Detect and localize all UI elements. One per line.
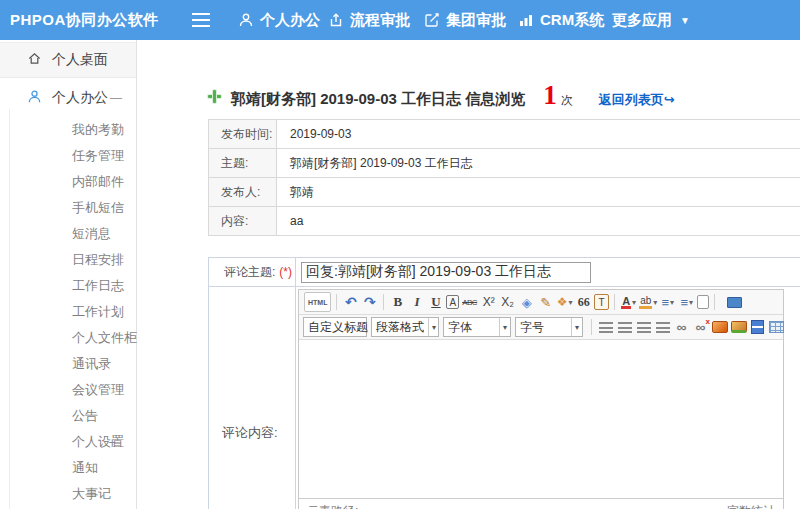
log-detail-table: 发布时间: 2019-09-03 主题: 郭靖[财务部] 2019-09-03 … bbox=[208, 119, 800, 236]
new-document-icon[interactable] bbox=[697, 295, 709, 309]
screenshot-icon[interactable] bbox=[730, 317, 747, 337]
font-color-button[interactable]: A▾ bbox=[620, 292, 637, 312]
align-right-icon[interactable] bbox=[635, 317, 652, 337]
back-to-list-link[interactable]: 返回列表页↪ bbox=[599, 91, 675, 109]
editor-toolbar-row2: 自定义标题▾ 段落格式▾ 字体▾ 字号▾ ∞ ∞x bbox=[299, 315, 783, 340]
editor-content-area[interactable] bbox=[299, 340, 783, 498]
sidebar-item-schedule[interactable]: 日程安排 bbox=[0, 247, 136, 273]
publish-time-value: 2019-09-03 bbox=[277, 120, 351, 148]
insert-video-icon[interactable] bbox=[749, 317, 766, 337]
table-row: 内容: aa bbox=[209, 207, 800, 236]
sidebar-item-personal-desktop[interactable]: 个人桌面 bbox=[0, 42, 136, 78]
remove-link-icon[interactable]: ∞x bbox=[692, 317, 709, 337]
sidebar: 个人桌面 个人办公 — 我的考勤 任务管理 内部邮件 手机短信 短消息 日程安排… bbox=[0, 40, 137, 509]
sidebar-item-personal-settings[interactable]: 个人设置 + bbox=[0, 429, 136, 455]
subject-value: 郭靖[财务部] 2019-09-03 工作日志 bbox=[277, 149, 473, 177]
caret-down-icon: ▼ bbox=[680, 15, 690, 26]
auto-typeset-button[interactable]: ❖▾ bbox=[556, 292, 573, 312]
sidebar-item-internal-mail[interactable]: 内部邮件 bbox=[0, 169, 136, 195]
table-row: 发布人: 郭靖 bbox=[209, 178, 800, 207]
caret-down-icon: ▾ bbox=[571, 318, 582, 336]
nav-group-approval[interactable]: 集团审批 bbox=[424, 0, 506, 40]
sidebar-item-notification[interactable]: 通知 bbox=[0, 455, 136, 481]
format-painter-button[interactable]: ✎ bbox=[537, 292, 554, 312]
toolbar-separator bbox=[614, 294, 615, 310]
word-count-label[interactable]: 字数统计 bbox=[727, 503, 775, 509]
content-value: aa bbox=[277, 207, 303, 235]
caret-down-icon: ▾ bbox=[653, 298, 657, 307]
strikethrough-button[interactable]: ABC bbox=[461, 292, 478, 312]
submit-arrow-icon bbox=[328, 12, 344, 28]
element-path-label: 元素路径: bbox=[307, 503, 358, 509]
align-left-icon[interactable] bbox=[597, 317, 614, 337]
green-plus-icon bbox=[208, 90, 221, 103]
nav-crm-system[interactable]: CRM系统 bbox=[518, 0, 604, 40]
caret-down-icon: ▾ bbox=[499, 318, 510, 336]
insert-image-icon[interactable] bbox=[711, 317, 728, 337]
redo-button[interactable]: ↷ bbox=[361, 292, 378, 312]
toolbar-separator bbox=[383, 294, 384, 310]
sidebar-item-major-events[interactable]: 大事记 bbox=[0, 481, 136, 507]
undo-button[interactable]: ↶ bbox=[342, 292, 359, 312]
align-center-icon[interactable] bbox=[616, 317, 633, 337]
unordered-list-button[interactable]: ≡▾ bbox=[678, 292, 695, 312]
align-justify-icon[interactable] bbox=[654, 317, 671, 337]
required-mark: (*) bbox=[279, 265, 292, 279]
blockquote-button[interactable]: 66 bbox=[575, 292, 592, 312]
caret-down-icon: ▾ bbox=[569, 298, 573, 307]
superscript-button[interactable]: X² bbox=[480, 292, 497, 312]
sidebar-item-task-management[interactable]: 任务管理 bbox=[0, 143, 136, 169]
collapse-icon[interactable]: — bbox=[110, 91, 122, 105]
bold-button[interactable]: B bbox=[389, 292, 406, 312]
expand-plus-icon[interactable]: + bbox=[108, 435, 116, 450]
sidebar-item-work-log[interactable]: 工作日志 bbox=[0, 273, 136, 299]
comment-subject-input[interactable] bbox=[301, 262, 591, 283]
character-border-button[interactable]: A bbox=[446, 295, 459, 309]
comment-subject-row: 评论主题: (*) bbox=[209, 258, 800, 287]
nav-more-apps[interactable]: 更多应用 ▼ bbox=[612, 0, 690, 40]
topbar: PHPOA协同办公软件 个人办公 流程审批 集团审批 CRM系统 更多应用 ▼ bbox=[0, 0, 800, 40]
font-size-dropdown[interactable]: 字号▾ bbox=[515, 317, 583, 337]
toolbar-separator bbox=[714, 294, 715, 310]
editor-toolbar-row1: HTML ↶ ↷ B I U A ABC X² X₂ ◈ bbox=[299, 290, 783, 315]
insert-table-icon[interactable] bbox=[768, 317, 785, 337]
publisher-label: 发布人: bbox=[209, 178, 277, 206]
nav-personal-office[interactable]: 个人办公 bbox=[238, 0, 320, 40]
nav-workflow-approval[interactable]: 流程审批 bbox=[328, 0, 410, 40]
custom-title-dropdown[interactable]: 自定义标题▾ bbox=[303, 317, 367, 337]
clear-format-eraser-button[interactable]: ◈ bbox=[518, 292, 535, 312]
caret-down-icon: ▾ bbox=[689, 298, 693, 307]
paste-from-word-button[interactable]: T bbox=[594, 294, 609, 310]
sidebar-item-my-attendance[interactable]: 我的考勤 bbox=[0, 117, 136, 143]
font-family-dropdown[interactable]: 字体▾ bbox=[443, 317, 511, 337]
sidebar-item-work-plan[interactable]: 工作计划 bbox=[0, 299, 136, 325]
sidebar-item-contacts[interactable]: 通讯录 bbox=[0, 351, 136, 377]
page-title: 郭靖[财务部] 2019-09-03 工作日志 信息浏览 bbox=[231, 90, 525, 109]
hamburger-menu-icon[interactable] bbox=[192, 13, 210, 27]
toolbar-separator bbox=[591, 319, 592, 335]
sidebar-item-short-message[interactable]: 短消息 bbox=[0, 221, 136, 247]
toolbar-separator bbox=[336, 294, 337, 310]
italic-button[interactable]: I bbox=[408, 292, 425, 312]
page-title-row: 郭靖[财务部] 2019-09-03 工作日志 信息浏览 1 次 返回列表页↪ bbox=[208, 80, 675, 111]
sidebar-item-personal-cabinet[interactable]: 个人文件柜 bbox=[0, 325, 136, 351]
paragraph-format-dropdown[interactable]: 段落格式▾ bbox=[371, 317, 439, 337]
sidebar-item-meeting-management[interactable]: 会议管理 bbox=[0, 377, 136, 403]
sidebar-item-mobile-sms[interactable]: 手机短信 bbox=[0, 195, 136, 221]
rich-text-editor: HTML ↶ ↷ B I U A ABC X² X₂ ◈ bbox=[298, 289, 784, 509]
subscript-button[interactable]: X₂ bbox=[499, 292, 516, 312]
publish-time-label: 发布时间: bbox=[209, 120, 277, 148]
html-source-button[interactable]: HTML bbox=[304, 292, 331, 312]
comment-subject-field bbox=[296, 258, 591, 286]
ordered-list-button[interactable]: ≡▾ bbox=[659, 292, 676, 312]
underline-button[interactable]: U bbox=[427, 292, 444, 312]
sidebar-item-announcement[interactable]: 公告 bbox=[0, 403, 136, 429]
phpoa-app: PHPOA协同办公软件 个人办公 流程审批 集团审批 CRM系统 更多应用 ▼ … bbox=[0, 0, 800, 509]
bar-chart-icon bbox=[518, 12, 534, 28]
fullscreen-monitor-icon[interactable] bbox=[727, 297, 742, 308]
edit-pencil-icon bbox=[424, 12, 440, 28]
highlight-color-button[interactable]: ab▾ bbox=[639, 292, 657, 312]
comment-subject-label: 评论主题: (*) bbox=[209, 258, 296, 286]
insert-link-icon[interactable]: ∞ bbox=[673, 317, 690, 337]
sidebar-group-personal-office[interactable]: 个人办公 — bbox=[0, 84, 136, 112]
